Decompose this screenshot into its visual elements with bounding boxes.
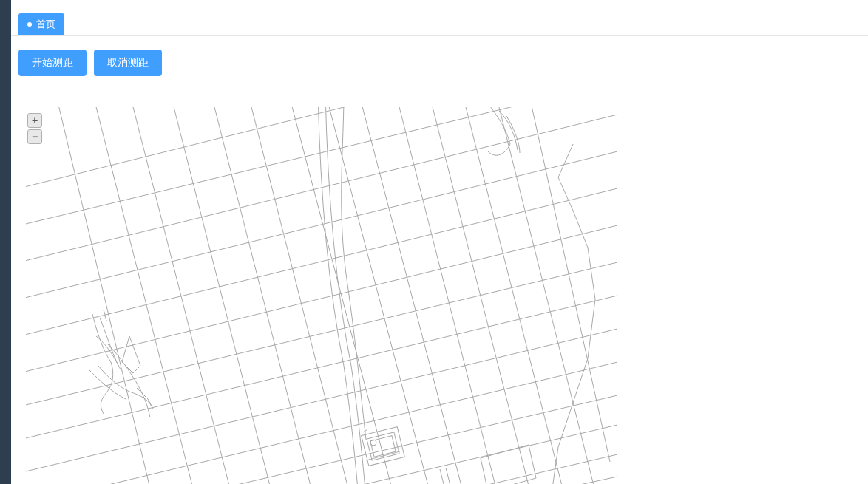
zoom-in-button[interactable]: + <box>27 113 42 128</box>
svg-line-18 <box>211 107 336 484</box>
svg-line-20 <box>288 107 418 484</box>
svg-line-12 <box>26 454 617 484</box>
svg-line-37 <box>446 468 457 484</box>
map-canvas[interactable] <box>26 107 868 484</box>
collapsed-sidebar <box>0 0 11 484</box>
svg-line-7 <box>26 296 617 447</box>
svg-line-13 <box>70 477 617 484</box>
tab-home[interactable]: 首页 <box>18 13 64 35</box>
svg-line-9 <box>26 362 617 484</box>
svg-line-15 <box>92 107 218 484</box>
svg-line-6 <box>26 262 617 414</box>
main-panel: 首页 开始测距 取消测距 + − <box>11 0 868 484</box>
zoom-out-button[interactable]: − <box>27 129 42 144</box>
start-measure-button[interactable]: 开始测距 <box>18 50 87 76</box>
svg-line-27 <box>529 107 610 462</box>
svg-line-2 <box>26 115 617 270</box>
svg-line-0 <box>26 107 580 196</box>
toolbar: 开始测距 取消测距 <box>18 50 861 76</box>
svg-line-24 <box>429 107 555 484</box>
tab-bar: 首页 <box>11 10 868 36</box>
content-area: 开始测距 取消测距 + − <box>11 36 868 484</box>
svg-line-19 <box>248 107 373 484</box>
cancel-measure-button[interactable]: 取消测距 <box>94 50 162 76</box>
svg-line-4 <box>26 188 617 344</box>
header-strip <box>11 0 868 10</box>
street-map-svg <box>26 107 617 484</box>
svg-line-22 <box>359 107 488 484</box>
svg-line-23 <box>396 107 521 484</box>
svg-line-14 <box>55 107 174 484</box>
dot-icon <box>27 22 32 27</box>
svg-line-10 <box>26 395 617 484</box>
svg-line-26 <box>495 107 610 484</box>
zoom-controls: + − <box>27 113 42 144</box>
tab-home-label: 首页 <box>36 18 55 31</box>
svg-line-16 <box>129 107 255 484</box>
